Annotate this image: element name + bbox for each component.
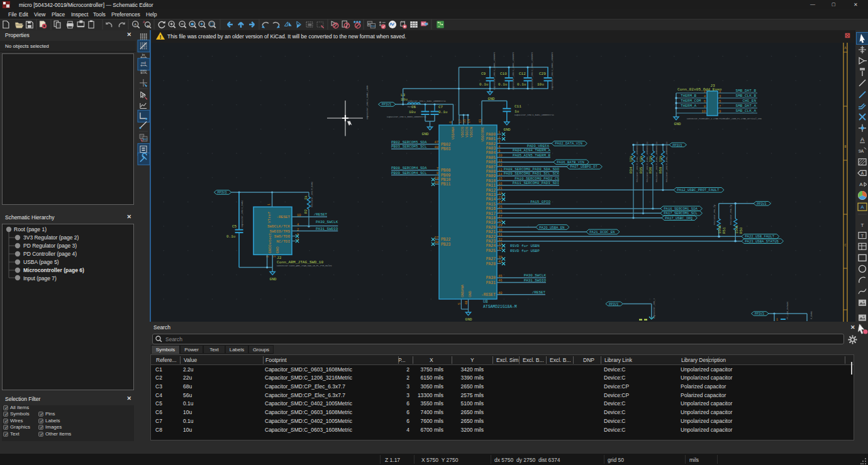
svg-text:RSVD for USBP: RSVD for USBP [510, 249, 540, 253]
svg-text:PB02_SERCOM5_SDA: PB02_SERCOM5_SDA [391, 140, 427, 145]
svg-text:R42: R42 [143, 138, 148, 141]
svg-text:PA11: PA11 [486, 183, 496, 188]
svg-text:3: 3 [719, 94, 721, 99]
svg-text:Root (page 1): Root (page 1) [14, 226, 47, 232]
svg-text:PA21_DCDC_EN: PA21_DCDC_EN [589, 230, 615, 234]
svg-text:Capacitor_SMD:C_0603_1608Met: Capacitor_SMD:C_0603_1608Met [493, 52, 496, 90]
svg-text:GND: GND [503, 128, 510, 132]
svg-text:THERM_COM: THERM_COM [681, 99, 701, 103]
svg-text:VDDIN: VDDIN [469, 127, 474, 138]
svg-text:Inductor_SMD:L_0402_1005Metric: Inductor_SMD:L_0402_1005Metric [408, 100, 446, 102]
svg-text:Conn_02x05_Odd_Even: Conn_02x05_Odd_Even [677, 87, 722, 92]
svg-text:A: A [134, 23, 136, 26]
svg-text:A: A [860, 204, 864, 210]
svg-text:SMB_CLK_A: SMB_CLK_A [736, 109, 757, 113]
svg-text:Conn_ARM_JTAG_SWD_10: Conn_ARM_JTAG_SWD_10 [277, 260, 324, 265]
svg-text:R50: R50 [739, 227, 743, 234]
svg-text:PA31_SWDIO: PA31_SWDIO [316, 227, 338, 231]
svg-text:Capacitor_SMD:C_0402_1005Metri: Capacitor_SMD:C_0402_1005Metric [515, 114, 554, 116]
svg-text:SWO/TDO: SWO/TDO [274, 234, 291, 239]
svg-text:PA03: PA03 [486, 146, 496, 151]
svg-text:PA30_SWCLK: PA30_SWCLK [524, 273, 547, 278]
svg-text:0.1u: 0.1u [498, 82, 508, 87]
svg-text:R34: R34 [629, 167, 633, 173]
svg-text:PA23_USBA_STATUS: PA23_USBA_STATUS [745, 239, 779, 244]
svg-text:2: 2 [704, 89, 706, 94]
svg-text:-RESET: -RESET [276, 215, 290, 219]
svg-text:ATSAMD21G18A-M: ATSAMD21G18A-M [483, 305, 517, 309]
svg-text:A: A [861, 171, 864, 175]
svg-text:VDDCORE: VDDCORE [481, 126, 485, 141]
svg-text:GNDDetect: GNDDetect [268, 233, 272, 253]
svg-text:3V3 Regulator (page 2): 3V3 Regulator (page 2) [23, 234, 79, 241]
svg-text:Connector:Conn_ARM_JTAG_SWD_10: Connector:Conn_ARM_JTAG_SWD_10_FL_PTH_Mo… [277, 265, 332, 267]
svg-text:PP3V3: PP3V3 [672, 144, 682, 148]
svg-text:B: B [147, 25, 150, 28]
svg-text:PA30_SWCLK: PA30_SWCLK [316, 220, 338, 224]
svg-text:C7: C7 [438, 105, 443, 109]
svg-text:Resistor_SMD:R_0402: Resistor_SMD:R_0402 [311, 182, 313, 207]
svg-text:/RESET: /RESET [314, 212, 328, 217]
svg-text:PA05_AIN5_THERM_B: PA05_AIN5_THERM_B [513, 153, 551, 158]
svg-text:PA10: PA10 [486, 179, 496, 183]
svg-text:GND: GND [269, 277, 276, 282]
svg-text:RSVD for USBN: RSVD for USBN [510, 244, 540, 248]
svg-text:0.1u: 0.1u [438, 110, 448, 114]
svg-text:SMB_CLK_B: SMB_CLK_B [736, 94, 757, 98]
svg-text:0.1u: 0.1u [517, 82, 526, 87]
svg-text:C6: C6 [411, 105, 416, 109]
svg-text:PA08: PA08 [486, 170, 496, 174]
svg-text:VDDIO: VDDIO [460, 126, 465, 137]
svg-text:PA22: PA22 [486, 235, 496, 239]
svg-text:in: in [142, 53, 145, 57]
svg-text:THERM_B: THERM_B [681, 94, 697, 98]
svg-text:C9: C9 [481, 72, 486, 76]
svg-text:PA31_SWDIO: PA31_SWDIO [524, 278, 547, 283]
svg-text:VDDIO: VDDIO [465, 126, 469, 137]
svg-text:PA31: PA31 [486, 281, 496, 285]
svg-text:10k: 10k [648, 155, 653, 162]
svg-text:PB08_SERCOM4_SDA: PB08_SERCOM4_SDA [391, 166, 427, 170]
svg-text:Microcontroller (page 6): Microcontroller (page 6) [23, 267, 84, 273]
svg-text:SMB_DAT_B: SMB_DAT_B [736, 89, 757, 93]
svg-text:GND: GND [468, 290, 472, 297]
svg-text:PA01: PA01 [486, 137, 496, 141]
svg-text:PA16: PA16 [486, 207, 496, 211]
svg-text:PB09: PB09 [441, 173, 451, 178]
svg-text:A: A [143, 20, 145, 24]
svg-text:Capacitor_SMD:C_0402_1005: Capacitor_SMD:C_0402_1005 [366, 85, 369, 119]
svg-text:PB02: PB02 [441, 143, 451, 147]
svg-text:R2: R2 [304, 209, 308, 214]
svg-text:PB23: PB23 [441, 243, 451, 247]
svg-text:PB03_SERCOM5_SCL: PB03_SERCOM5_SCL [391, 145, 427, 149]
svg-text:8: 8 [704, 104, 706, 109]
svg-text:Resistor_R51_fp: Resistor_R51_fp [713, 205, 716, 225]
svg-text:PA15_GPIO: PA15_GPIO [530, 200, 550, 204]
svg-text:PD Regulator (page 3): PD Regulator (page 3) [23, 243, 77, 249]
svg-text:1u: 1u [515, 109, 520, 114]
svg-text:Resistor_SMD:R_0402_1005Metric: Resistor_SMD:R_0402_1005Metric [646, 141, 648, 182]
svg-text:PA05: PA05 [486, 156, 496, 160]
svg-text:PA02: PA02 [486, 142, 496, 146]
svg-text:GNDANA: GNDANA [460, 284, 465, 297]
svg-text:C29: C29 [539, 72, 546, 76]
svg-text:PA30: PA30 [486, 276, 496, 280]
svg-text:J2: J2 [277, 256, 282, 260]
svg-text:PA18: PA18 [486, 216, 496, 221]
svg-text:SWDIO/TMS: SWDIO/TMS [270, 229, 291, 234]
svg-text:PA20_USBA_EN: PA20_USBA_EN [539, 226, 564, 230]
svg-text:PA27: PA27 [486, 257, 496, 261]
svg-text:PP3V3: PP3V3 [609, 303, 618, 307]
svg-text:Resistor_SMD:R_0402_1005Metric: Resistor_SMD:R_0402_1005Metric [665, 141, 668, 182]
svg-text:9: 9 [265, 256, 270, 258]
svg-text:10u: 10u [401, 97, 408, 102]
svg-text:PB08: PB08 [441, 168, 451, 173]
svg-text:Capacitor_SMD:C_0603_1608Metri: Capacitor_SMD:C_0603_1608Metric [387, 116, 426, 118]
svg-text:PA04_AIN4_THERM_A: PA04_AIN4_THERM_A [513, 148, 551, 153]
svg-text:Capacitor_SMD:C_0603_1608Met: Capacitor_SMD:C_0603_1608Met [512, 52, 515, 90]
svg-text:R36: R36 [648, 167, 653, 173]
svg-text:PA09: PA09 [486, 174, 496, 178]
svg-text:A: A [859, 182, 863, 187]
svg-text:PB22: PB22 [441, 238, 451, 242]
svg-text:PB09_SERCOM4_SCL: PB09_SERCOM4_SCL [391, 171, 427, 175]
